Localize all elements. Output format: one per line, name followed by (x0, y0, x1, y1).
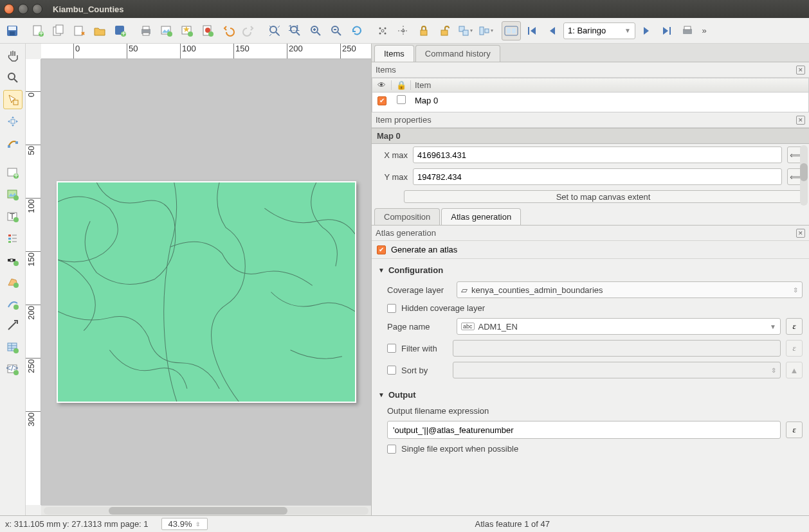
map-item[interactable] (58, 182, 355, 402)
save-button[interactable] (3, 21, 22, 40)
add-label-tool[interactable]: T (3, 207, 23, 226)
svg-rect-36 (421, 30, 427, 35)
ymax-input[interactable] (413, 168, 782, 185)
horizontal-ruler: -100-50050100150200250300 (41, 44, 371, 59)
set-extent-button[interactable]: Set to map canvas extent (404, 190, 803, 203)
add-nodes-tool[interactable] (3, 294, 23, 314)
atlas-print-button[interactable] (678, 21, 697, 40)
window-close-button[interactable] (4, 4, 14, 14)
atlas-first-button[interactable] (522, 21, 541, 40)
atlas-prev-button[interactable] (543, 21, 562, 40)
tab-items[interactable]: Items (374, 45, 414, 62)
refresh-button[interactable] (347, 21, 367, 40)
filter-with-checkbox[interactable] (387, 344, 396, 353)
svg-point-31 (385, 32, 386, 34)
zoom-tool[interactable] (3, 68, 23, 87)
zoom-combo[interactable]: 43.9%⇳ (161, 518, 208, 530)
move-content-tool[interactable] (3, 112, 23, 131)
filter-expression-button[interactable]: ε (786, 340, 803, 357)
select-tool[interactable] (3, 90, 23, 109)
hidden-coverage-checkbox[interactable] (387, 304, 396, 313)
svg-rect-43 (507, 28, 511, 33)
output-filename-input[interactable] (387, 421, 781, 439)
sort-by-combo: ⇳ (453, 362, 781, 378)
zoom-full-button[interactable] (265, 21, 284, 40)
sort-by-checkbox[interactable] (387, 366, 396, 375)
add-legend-tool[interactable] (3, 229, 23, 248)
undo-button[interactable] (219, 21, 238, 40)
align-button[interactable]: ▾ (476, 21, 495, 40)
coverage-layer-combo[interactable]: ▱ kenya_counties_admin_boundaries ⇳ (457, 281, 803, 298)
properties-scrollbar[interactable] (800, 145, 808, 206)
window-minimize-button[interactable] (18, 4, 28, 14)
page-name-combo[interactable]: abc ADM1_EN ▼ (457, 318, 781, 335)
sort-direction-button[interactable]: ▲ (786, 362, 803, 378)
tab-composition[interactable]: Composition (374, 208, 440, 225)
composer-canvas[interactable] (41, 59, 371, 505)
svg-rect-61 (8, 238, 11, 240)
export-image-button[interactable] (157, 21, 176, 40)
svg-rect-67 (10, 259, 13, 262)
print-button[interactable] (136, 21, 156, 40)
hidden-coverage-label: Hidden coverage layer (401, 303, 485, 313)
window-maximize-button[interactable] (32, 4, 42, 14)
output-expression-button[interactable]: ε (786, 421, 803, 438)
snap-grid-button[interactable] (373, 21, 392, 40)
configuration-header[interactable]: ▼Configuration (372, 262, 809, 279)
single-file-checkbox[interactable] (387, 445, 396, 454)
unlock-button[interactable] (435, 21, 454, 40)
atlas-last-button[interactable] (657, 21, 677, 40)
tab-atlas-generation[interactable]: Atlas generation (441, 208, 521, 225)
edit-nodes-tool[interactable] (3, 134, 23, 153)
item-properties-title: Map 0 (372, 128, 809, 144)
new-composer-button[interactable]: + (28, 21, 48, 40)
redo-button[interactable] (239, 21, 259, 40)
atlas-feature-select[interactable]: 1: Baringo ▼ (563, 22, 635, 39)
close-panel-icon[interactable]: ✕ (796, 229, 805, 238)
zoom-in-button[interactable] (306, 21, 325, 40)
export-svg-button[interactable]: ★ (177, 21, 197, 40)
add-map-tool[interactable]: + (3, 163, 23, 182)
pan-tool[interactable] (3, 46, 23, 66)
snap-guides-button[interactable] (394, 21, 413, 40)
coverage-layer-value: kenya_counties_admin_boundaries (471, 285, 603, 295)
add-arrow-tool[interactable] (3, 316, 23, 335)
zoom-actual-button[interactable]: 1:1 (286, 21, 305, 40)
add-image-tool[interactable] (3, 185, 23, 204)
table-row[interactable]: ✔ Map 0 (372, 93, 808, 108)
duplicate-composer-button[interactable] (49, 21, 68, 40)
open-template-button[interactable] (90, 21, 109, 40)
add-shape-tool[interactable] (3, 272, 23, 292)
lock-checkbox[interactable] (397, 95, 406, 104)
add-html-tool[interactable]: </> (3, 360, 23, 379)
svg-rect-44 (512, 28, 516, 33)
coverage-layer-label: Coverage layer (387, 285, 451, 295)
items-panel-header: Items ✕ (372, 62, 809, 78)
add-table-tool[interactable] (3, 338, 23, 357)
atlas-preview-button[interactable] (502, 21, 521, 40)
abc-icon: abc (461, 323, 475, 330)
page-name-expression-button[interactable]: ε (786, 318, 803, 335)
generate-atlas-checkbox[interactable]: ✔ (377, 245, 386, 254)
xmax-input[interactable] (413, 146, 782, 163)
composition-atlas-tabs: Composition Atlas generation (372, 207, 809, 226)
save-template-button[interactable]: + (111, 21, 130, 40)
visibility-checkbox[interactable]: ✔ (377, 96, 386, 105)
horizontal-scrollbar[interactable] (41, 505, 371, 515)
output-header[interactable]: ▼Output (372, 386, 809, 403)
svg-point-70 (14, 283, 19, 288)
close-panel-icon[interactable]: ✕ (796, 116, 805, 125)
atlas-feature-status: Atlas feature 1 of 47 (475, 519, 550, 529)
zoom-out-button[interactable] (327, 21, 346, 40)
export-pdf-button[interactable] (198, 21, 217, 40)
toolbar-overflow-button[interactable]: » (698, 21, 710, 40)
group-button[interactable]: ▾ (455, 21, 475, 40)
tab-command-history[interactable]: Command history (415, 45, 500, 62)
composer-manager-button[interactable] (69, 21, 89, 40)
svg-point-47 (8, 73, 15, 80)
lock-button[interactable] (414, 21, 433, 40)
atlas-next-button[interactable] (637, 21, 656, 40)
close-panel-icon[interactable]: ✕ (796, 66, 805, 75)
add-scalebar-tool[interactable] (3, 251, 23, 270)
svg-point-16 (167, 31, 172, 37)
